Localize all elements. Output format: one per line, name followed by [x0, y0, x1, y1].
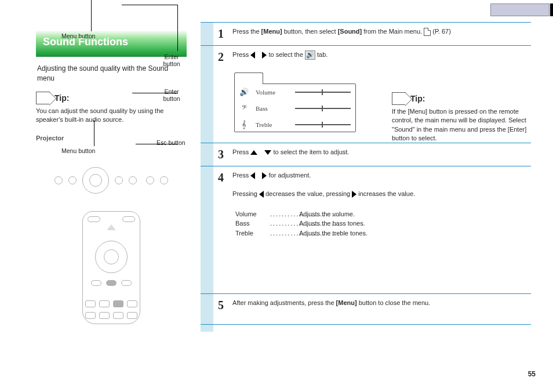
step-1: 1 Press the [Menu] button, then select […	[201, 22, 531, 45]
tip-arrow-icon	[36, 92, 50, 104]
remote-triangle-icon	[107, 224, 116, 230]
osd-bar-volume	[295, 92, 351, 93]
step-1-number: 1	[218, 27, 231, 41]
treble-icon: 𝄞	[239, 120, 249, 129]
step-2-number: 2	[218, 50, 231, 64]
triangle-right-icon	[262, 52, 267, 59]
osd-row-treble: 𝄞 Treble	[235, 117, 355, 133]
step-5-text-b: button to close the menu.	[359, 299, 431, 306]
submenu-lbl-volume: Volume	[235, 209, 299, 219]
pill-2	[106, 280, 117, 286]
small-button-5	[160, 176, 168, 184]
osd-row-bass: 𝄢 Bass	[235, 100, 355, 117]
triangle-left-icon-2	[250, 172, 255, 179]
pill-3	[121, 280, 132, 286]
step-1-text-c: from the Main menu.	[363, 28, 424, 35]
small-button-3	[129, 176, 137, 184]
step-4-extra-b: increases the value.	[358, 190, 415, 197]
step-5-number: 5	[218, 299, 231, 312]
sound-tab-icon	[305, 50, 315, 60]
step-2-text-b: to select the	[269, 51, 305, 58]
submenu-lbl-bass: Bass	[235, 219, 299, 228]
osd-row-volume: 🔊 Volume	[235, 84, 355, 100]
step-2-trailing: tab.	[317, 51, 328, 58]
left-column: Sound Functions Adjusting the sound qual…	[36, 30, 187, 324]
triangle-down-icon	[264, 150, 271, 155]
step-5-text-a: After making adjustments, press the	[232, 299, 336, 306]
menu-bold-2: [Menu]	[336, 299, 357, 306]
osd-preview: 🔊 Volume 𝄢 Bass 𝄞 Treble	[234, 84, 356, 132]
tip-right: Tip: If the [Menu] button is pressed on …	[392, 92, 531, 143]
lead-label-menu: Menu button	[61, 147, 95, 154]
step-2-body: Press to select the tab.	[232, 50, 522, 60]
step-5-body: After making adjustments, press the [Men…	[232, 299, 522, 308]
submenu-row-bass: Bass Adjusts the bass tones.	[235, 219, 531, 228]
submenu-lbl-treble: Treble	[235, 228, 299, 238]
lead-label-enter: Enter button	[157, 88, 187, 102]
triangle-left-icon-3	[259, 191, 264, 198]
small-button-1	[68, 176, 77, 184]
sound-bold: [Sound]	[338, 28, 362, 35]
step-4-submenu: Volume Adjusts the volume. Bass Adjusts …	[235, 209, 531, 238]
step-2-text-a: Press	[232, 51, 250, 58]
step-3: 3 Press to select the item to adjust.	[201, 143, 531, 166]
osd-label-treble: Treble	[256, 121, 288, 128]
rect-5	[85, 312, 96, 319]
page-corner-decoration	[490, 3, 550, 16]
step-2: 2 Press to select the tab. 🔊 Volume 𝄢 Ba…	[201, 45, 531, 143]
page-ref-icon	[424, 28, 431, 36]
rect-1	[85, 300, 96, 307]
osd-tab	[234, 72, 263, 84]
rect-3	[113, 300, 123, 307]
step-3-text-a: Press	[232, 148, 250, 155]
small-button-2	[115, 176, 123, 184]
tip-arrow-right-icon	[392, 92, 406, 105]
osd-bar-bass	[295, 108, 351, 109]
pill-1	[91, 280, 101, 286]
triangle-right-icon-2	[262, 172, 267, 179]
remote-btn-row	[91, 280, 132, 286]
remote-top-btn-r	[122, 216, 135, 222]
step-1-text-b: button, then select	[284, 28, 338, 35]
submenu-row-volume: Volume Adjusts the volume.	[235, 209, 531, 219]
power-icon	[54, 176, 63, 184]
step-4-text-a: Press	[232, 172, 250, 179]
lead-label-top-enter: Enter button	[157, 53, 187, 67]
step-4: 4 Press for adjustment. Pressing decreas…	[201, 166, 531, 293]
step-3-text-b: to select the item to adjust.	[274, 148, 350, 155]
remote-disc	[95, 241, 128, 273]
triangle-right-icon-3	[352, 191, 356, 198]
step-3-body: Press to select the item to adjust.	[232, 148, 522, 157]
triangle-left-icon	[250, 52, 255, 59]
volume-icon: 🔊	[239, 88, 249, 97]
rect-7	[113, 312, 123, 319]
step-4-text-b: for adjustment.	[269, 172, 311, 179]
rect-6	[99, 312, 110, 319]
remote-btn-row-3	[85, 312, 137, 319]
menu-bold: [Menu]	[261, 28, 282, 35]
tip-label: Tip:	[54, 93, 69, 103]
rect-4	[127, 300, 137, 307]
bass-icon: 𝄢	[239, 104, 249, 113]
step-4-extra-a: Pressing	[232, 190, 259, 197]
step-3-number: 3	[218, 148, 231, 161]
remote-diagram: Menu button Enter button Enter button Me…	[36, 167, 187, 324]
submenu-row-treble: Treble Adjusts the treble tones.	[235, 228, 531, 238]
step-4-body: Press for adjustment. Pressing decreases…	[232, 171, 522, 199]
dpad-top-icon	[82, 167, 109, 194]
rect-8	[127, 312, 137, 319]
tip-right-text: If the [Menu] button is pressed on the r…	[392, 107, 531, 143]
lead-label-esc: Esc button	[157, 139, 185, 146]
step-4-extra-mid: decreases the value, pressing	[265, 190, 352, 197]
step-1-body: Press the [Menu] button, then select [So…	[232, 27, 522, 37]
remote-body	[82, 211, 140, 324]
steps-column: 1 Press the [Menu] button, then select […	[201, 22, 531, 325]
step-1-text-a: Press the	[232, 28, 261, 35]
remote-btn-row-2	[85, 300, 137, 307]
triangle-up-icon	[250, 150, 257, 155]
step-4-number: 4	[218, 171, 231, 184]
step-5: 5 After making adjustments, press the [M…	[201, 293, 531, 325]
osd-label-volume: Volume	[256, 89, 288, 96]
remote-top-btn-l	[88, 216, 100, 222]
osd-label-bass: Bass	[256, 105, 288, 112]
